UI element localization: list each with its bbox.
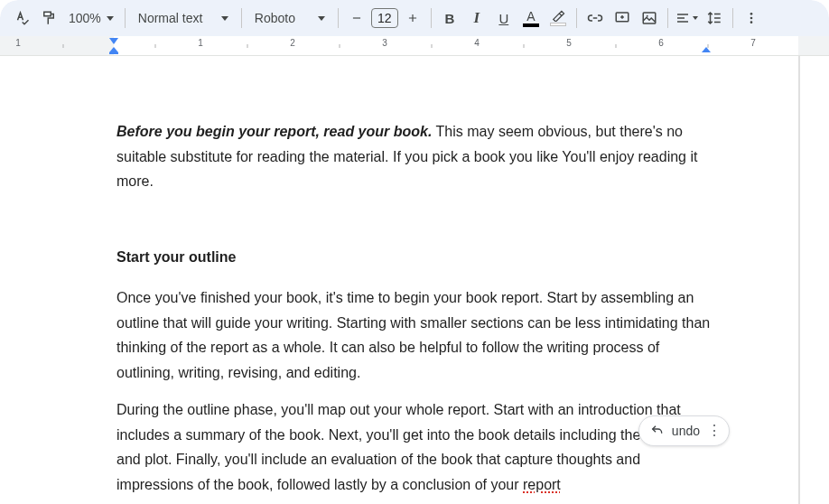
- italic-label: I: [474, 9, 480, 27]
- heading[interactable]: Start your outline: [116, 245, 713, 270]
- ruler-number: 1: [15, 38, 21, 48]
- underline-label: U: [498, 11, 508, 26]
- ruler-number: 4: [474, 38, 480, 48]
- bold-button[interactable]: B: [437, 5, 462, 31]
- spellcheck-marked-word[interactable]: report: [523, 477, 561, 492]
- formatting-toolbar: 100% Normal text Roboto 12 B I U A: [0, 0, 829, 36]
- separator: [431, 8, 432, 28]
- font-size-value: 12: [377, 11, 392, 25]
- decrease-font-size-button[interactable]: [344, 5, 369, 31]
- chevron-down-icon: [221, 16, 228, 21]
- paragraph-style-select[interactable]: Normal text: [131, 5, 236, 31]
- separator: [667, 8, 668, 28]
- font-family-value: Roboto: [255, 11, 295, 25]
- paint-format-button[interactable]: [36, 5, 61, 31]
- align-button[interactable]: [674, 5, 700, 31]
- separator: [732, 8, 733, 28]
- svg-point-3: [750, 13, 752, 15]
- ruler-number: 2: [290, 38, 295, 48]
- highlight-color-button[interactable]: [545, 5, 571, 31]
- insert-image-button[interactable]: [637, 5, 662, 31]
- more-icon[interactable]: ⋮: [707, 424, 722, 438]
- text-color-button[interactable]: A: [518, 5, 544, 31]
- more-options-button[interactable]: [739, 5, 764, 31]
- bold-italic-text: Before you begin your report, read your …: [116, 124, 432, 139]
- svg-point-4: [750, 17, 752, 20]
- add-comment-button[interactable]: [610, 5, 635, 31]
- ruler-number: 7: [750, 38, 756, 48]
- right-indent-marker[interactable]: [702, 47, 711, 54]
- italic-button[interactable]: I: [464, 5, 489, 31]
- bold-label: B: [444, 11, 454, 26]
- zoom-select[interactable]: 100%: [63, 5, 119, 31]
- body-text: During the outline phase, you'll map out…: [116, 402, 712, 492]
- ruler-number: 6: [658, 38, 664, 48]
- svg-point-2: [647, 15, 648, 17]
- insert-link-button[interactable]: [582, 5, 608, 31]
- separator: [576, 8, 577, 28]
- increase-font-size-button[interactable]: [400, 5, 425, 31]
- zoom-value: 100%: [69, 11, 101, 25]
- separator: [241, 8, 242, 28]
- line-spacing-button[interactable]: [702, 5, 727, 31]
- font-size-input[interactable]: 12: [371, 8, 398, 28]
- page-right-edge: [798, 56, 800, 504]
- text-color-bar: [523, 23, 539, 27]
- spellcheck-button[interactable]: [9, 5, 34, 31]
- highlight-color-bar: [550, 23, 566, 26]
- undo-suggestion-pill[interactable]: undo ⋮: [638, 415, 730, 446]
- text-color-letter: A: [526, 10, 535, 23]
- ruler[interactable]: 1 1 2 3 4 5 6 7: [0, 36, 829, 56]
- paragraph-style-value: Normal text: [138, 11, 203, 25]
- separator: [125, 8, 126, 28]
- font-family-select[interactable]: Roboto: [247, 5, 332, 31]
- paragraph[interactable]: Once you've finished your book, it's tim…: [116, 285, 713, 385]
- chevron-down-icon: [693, 16, 698, 20]
- left-indent-marker[interactable]: [109, 47, 118, 54]
- ruler-number: 3: [382, 38, 387, 48]
- undo-label: undo: [672, 424, 700, 438]
- paragraph[interactable]: During the outline phase, you'll map out…: [116, 397, 713, 497]
- separator: [338, 8, 339, 28]
- ruler-number: 5: [566, 38, 572, 48]
- underline-button[interactable]: U: [491, 5, 517, 31]
- ruler-number: 1: [198, 38, 203, 48]
- paragraph[interactable]: Before you begin your report, read your …: [116, 119, 713, 194]
- chevron-down-icon: [107, 16, 114, 21]
- svg-point-5: [750, 21, 752, 23]
- ruler-right-margin: [798, 36, 829, 55]
- undo-icon: [650, 424, 665, 438]
- chevron-down-icon: [318, 16, 325, 21]
